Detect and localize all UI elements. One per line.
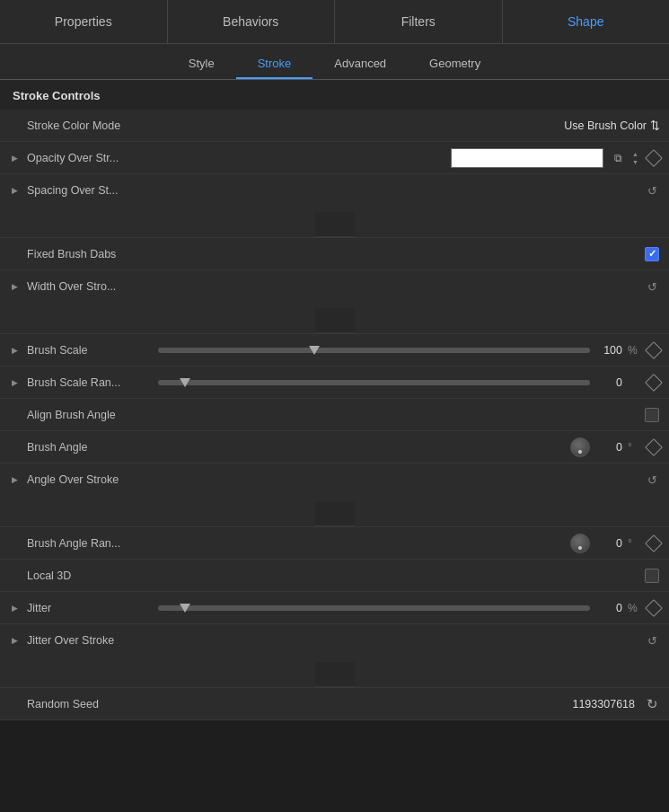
controls-fixed-brush-dabs	[158, 246, 660, 262]
jitter-unit: %	[628, 602, 638, 614]
keyframe-diamond-brush-scale[interactable]	[645, 341, 663, 359]
opacity-color-swatch[interactable]	[451, 148, 603, 168]
reset-width-icon[interactable]: ↺	[644, 278, 660, 295]
label-brush-scale-range: Brush Scale Ran...	[27, 376, 153, 389]
row-jitter: ▶ Jitter 0 %	[0, 592, 669, 624]
subtab-geometry[interactable]: Geometry	[408, 49, 502, 79]
controls-align-brush-angle	[158, 407, 660, 423]
row-opacity-over-stroke: ▶ Opacity Over Str... ⧉ ▲ ▼	[0, 142, 669, 174]
brush-angle-range-knob[interactable]	[570, 534, 590, 553]
width-graph-row	[315, 308, 355, 333]
row-width-over-stroke: ▶ Width Over Stro... ↺	[0, 270, 669, 334]
subtab-advanced[interactable]: Advanced	[312, 49, 408, 79]
label-jitter: Jitter	[27, 602, 153, 614]
row-brush-scale: ▶ Brush Scale 100 %	[0, 334, 669, 366]
expand-jitter-over-stroke-icon[interactable]: ▶	[9, 635, 20, 646]
label-brush-scale: Brush Scale	[27, 344, 153, 357]
tab-filters[interactable]: Filters	[335, 0, 503, 43]
expand-spacing-icon[interactable]: ▶	[9, 185, 20, 196]
content-area: Stroke Controls Stroke Color Mode Use Br…	[0, 80, 669, 720]
controls-brush-scale-range: 0	[158, 376, 660, 389]
opacity-stepper[interactable]: ▲ ▼	[632, 150, 638, 166]
brush-angle-value: 0	[595, 441, 622, 454]
keyframe-diamond-brush-angle[interactable]	[645, 438, 663, 456]
subtab-stroke[interactable]: Stroke	[236, 49, 313, 79]
label-random-seed: Random Seed	[27, 698, 153, 710]
brush-angle-range-value: 0	[595, 537, 622, 550]
random-seed-refresh-icon[interactable]: ↻	[644, 696, 660, 712]
controls-angle-over-stroke: ↺	[158, 472, 660, 488]
angle-over-stroke-graph-row	[315, 501, 355, 526]
tab-behaviors[interactable]: Behaviors	[168, 0, 336, 43]
label-align-brush-angle: Align Brush Angle	[27, 409, 153, 421]
sub-tab-bar: Style Stroke Advanced Geometry	[0, 44, 669, 80]
local-3d-unchecked[interactable]	[645, 569, 659, 583]
controls-brush-angle-range: 0 °	[158, 534, 660, 553]
expand-width-icon[interactable]: ▶	[9, 281, 20, 292]
copy-icon[interactable]: ⧉	[609, 149, 627, 167]
controls-local-3d	[158, 568, 660, 584]
controls-width-over-stroke: ↺	[158, 278, 660, 295]
row-local-3d: Local 3D	[0, 560, 669, 592]
expand-angle-over-stroke-icon[interactable]: ▶	[9, 474, 20, 485]
controls-random-seed: 1193307618 ↻	[158, 696, 660, 712]
jitter-value: 0	[595, 602, 622, 614]
brush-scale-unit: %	[628, 344, 638, 357]
checkbox-checked-indicator[interactable]	[645, 247, 659, 261]
random-seed-value: 1193307618	[572, 698, 635, 710]
row-brush-scale-range: ▶ Brush Scale Ran... 0	[0, 366, 669, 399]
checkbox-unchecked-indicator[interactable]	[645, 408, 659, 422]
reset-angle-over-stroke-icon[interactable]: ↺	[644, 472, 660, 488]
brush-angle-range-unit: °	[628, 537, 638, 550]
row-stroke-color-mode: Stroke Color Mode Use Brush Color ⇅	[0, 110, 669, 142]
row-brush-angle-range: Brush Angle Ran... 0 °	[0, 527, 669, 560]
controls-opacity-over-stroke: ⧉ ▲ ▼	[158, 148, 660, 168]
label-width-over-stroke: Width Over Stro...	[27, 280, 153, 293]
row-random-seed: Random Seed 1193307618 ↻	[0, 688, 669, 720]
controls-jitter-over-stroke: ↺	[158, 632, 660, 649]
label-opacity-over-stroke: Opacity Over Str...	[27, 152, 153, 164]
expand-opacity-icon[interactable]: ▶	[9, 153, 20, 163]
brush-angle-knob[interactable]	[570, 437, 590, 457]
row-fixed-brush-dabs: Fixed Brush Dabs	[0, 238, 669, 270]
spacing-graph-row	[315, 212, 355, 237]
subtab-style[interactable]: Style	[167, 49, 236, 79]
expand-brush-scale-range-icon[interactable]: ▶	[9, 377, 20, 388]
row-jitter-over-stroke: ▶ Jitter Over Stroke ↺	[0, 624, 669, 688]
keyframe-diamond-brush-angle-range[interactable]	[645, 534, 663, 552]
label-angle-over-stroke: Angle Over Stroke	[27, 473, 153, 486]
expand-jitter-icon[interactable]: ▶	[9, 603, 20, 613]
controls-jitter: 0 %	[158, 602, 660, 614]
label-spacing-over-stroke: Spacing Over St...	[27, 184, 153, 197]
label-fixed-brush-dabs: Fixed Brush Dabs	[27, 248, 153, 260]
align-brush-angle-checkbox[interactable]	[644, 407, 660, 423]
tab-properties[interactable]: Properties	[0, 0, 168, 43]
keyframe-diamond-opacity[interactable]	[645, 149, 663, 167]
tab-shape[interactable]: Shape	[503, 0, 670, 43]
label-brush-angle: Brush Angle	[27, 441, 153, 454]
top-tab-bar: Properties Behaviors Filters Shape	[0, 0, 669, 44]
controls-stroke-color-mode: Use Brush Color ⇅	[158, 119, 660, 132]
reset-jitter-over-stroke-icon[interactable]: ↺	[644, 632, 660, 649]
keyframe-diamond-brush-scale-range[interactable]	[645, 374, 663, 392]
label-stroke-color-mode: Stroke Color Mode	[27, 119, 153, 132]
app-window: Properties Behaviors Filters Shape Style…	[0, 0, 669, 720]
row-align-brush-angle: Align Brush Angle	[0, 399, 669, 431]
controls-brush-scale: 100 %	[158, 344, 660, 357]
label-jitter-over-stroke: Jitter Over Stroke	[27, 634, 153, 647]
brush-angle-unit: °	[628, 441, 638, 454]
keyframe-diamond-jitter[interactable]	[645, 599, 663, 617]
row-spacing-over-stroke: ▶ Spacing Over St... ↺	[0, 174, 669, 238]
local-3d-checkbox[interactable]	[644, 568, 660, 584]
fixed-brush-dabs-checkbox[interactable]	[644, 246, 660, 262]
brush-scale-range-value: 0	[595, 376, 622, 389]
expand-brush-scale-icon[interactable]: ▶	[9, 345, 20, 356]
row-brush-angle: Brush Angle 0 °	[0, 431, 669, 463]
label-brush-angle-range: Brush Angle Ran...	[27, 537, 153, 550]
reset-spacing-icon[interactable]: ↺	[644, 182, 660, 199]
chevron-updown-icon: ⇅	[650, 119, 660, 132]
brush-scale-value: 100	[595, 344, 622, 357]
label-local-3d: Local 3D	[27, 569, 153, 582]
stroke-color-mode-dropdown[interactable]: Use Brush Color ⇅	[564, 119, 660, 132]
controls-brush-angle: 0 °	[158, 437, 660, 457]
